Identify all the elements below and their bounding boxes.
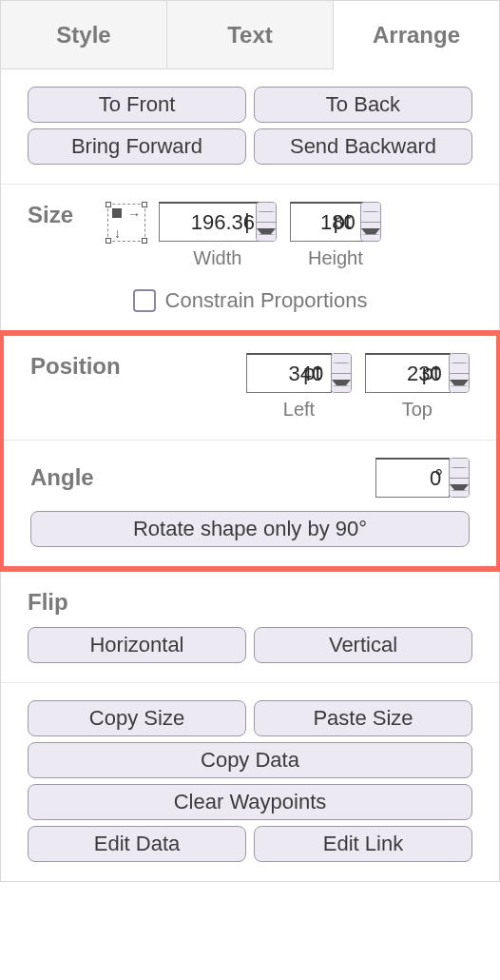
send-backward-button[interactable]: Send Backward [254, 128, 472, 165]
flip-label: Flip [28, 589, 472, 616]
width-step-down[interactable] [257, 223, 276, 242]
paste-size-button[interactable]: Paste Size [254, 700, 472, 736]
width-step-up[interactable] [257, 203, 276, 223]
copy-data-button[interactable]: Copy Data [28, 742, 472, 778]
flip-section: Flip Horizontal Vertical [1, 572, 499, 683]
height-step-down[interactable] [361, 223, 380, 242]
panel-tabs: Style Text Arrange [1, 1, 499, 69]
width-stepper[interactable] [256, 202, 277, 242]
left-input[interactable] [246, 353, 332, 393]
angle-step-up[interactable] [450, 459, 469, 479]
top-stepper[interactable] [449, 353, 470, 393]
angle-input[interactable] [375, 458, 450, 498]
left-stepper[interactable] [331, 353, 352, 393]
top-field-group: pt Top [365, 353, 470, 421]
to-front-button[interactable]: To Front [28, 87, 246, 123]
constrain-checkbox[interactable] [133, 289, 156, 312]
angle-section: Angle ° Rotate shape only by 90° [4, 441, 496, 566]
width-input[interactable] [159, 202, 263, 242]
position-section: Position pt Left [4, 336, 496, 441]
to-back-button[interactable]: To Back [254, 87, 472, 123]
constrain-label: Constrain Proportions [165, 288, 368, 313]
flip-horizontal-button[interactable]: Horizontal [28, 627, 246, 663]
edit-link-button[interactable]: Edit Link [254, 826, 472, 862]
top-step-down[interactable] [450, 374, 469, 393]
height-field-group: pt Height [290, 202, 381, 269]
angle-step-down[interactable] [450, 479, 469, 498]
top-step-up[interactable] [450, 354, 469, 374]
position-label: Position [30, 353, 154, 380]
clear-waypoints-button[interactable]: Clear Waypoints [28, 784, 472, 820]
autosize-icon[interactable]: → ↓ [107, 204, 145, 242]
size-section: Size → ↓ | Width [1, 185, 499, 333]
copy-size-button[interactable]: Copy Size [28, 700, 246, 736]
rotate-90-button[interactable]: Rotate shape only by 90° [30, 511, 470, 547]
bring-forward-button[interactable]: Bring Forward [28, 128, 246, 165]
position-angle-highlight: Position pt Left [0, 330, 500, 572]
order-section: To Front To Back Bring Forward Send Back… [1, 69, 499, 185]
height-stepper[interactable] [360, 202, 381, 242]
angle-stepper[interactable] [449, 458, 470, 498]
top-input[interactable] [365, 353, 451, 393]
left-step-up[interactable] [332, 354, 351, 374]
left-field-group: pt Left [246, 353, 351, 421]
height-label: Height [308, 247, 363, 269]
tab-style[interactable]: Style [1, 1, 167, 69]
size-label: Size [28, 202, 94, 228]
edit-data-button[interactable]: Edit Data [28, 826, 246, 862]
left-step-down[interactable] [332, 374, 351, 393]
arrange-panel: Style Text Arrange To Front To Back Brin… [0, 0, 500, 882]
height-input[interactable] [290, 202, 364, 242]
tab-text[interactable]: Text [167, 1, 334, 69]
height-step-up[interactable] [361, 203, 380, 223]
actions-section: Copy Size Paste Size Copy Data Clear Way… [1, 683, 499, 881]
width-label: Width [193, 247, 241, 269]
top-label: Top [402, 399, 433, 421]
flip-vertical-button[interactable]: Vertical [254, 627, 472, 663]
tab-arrange[interactable]: Arrange [334, 2, 499, 69]
angle-label: Angle [30, 464, 94, 491]
left-label: Left [283, 399, 315, 421]
width-field-group: | Width [159, 202, 277, 269]
